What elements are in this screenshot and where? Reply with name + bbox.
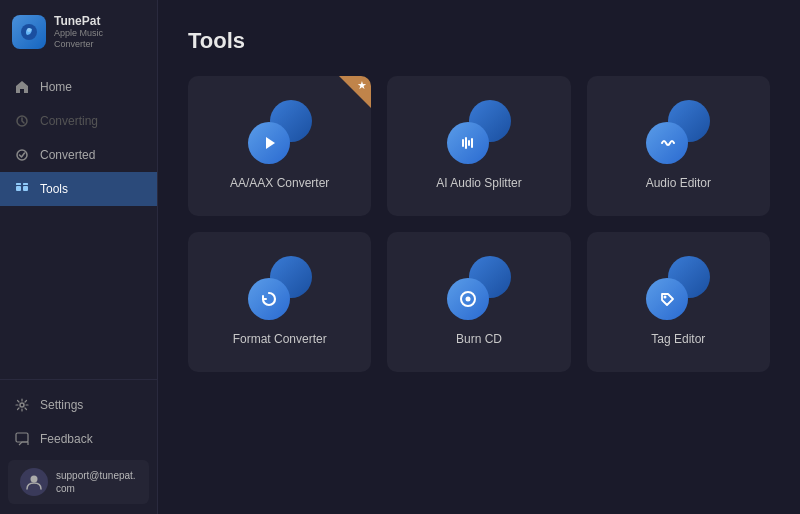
tool-name-ai-splitter: AI Audio Splitter bbox=[436, 176, 521, 192]
circle-front bbox=[248, 122, 290, 164]
tool-card-tag-editor[interactable]: Tag Editor bbox=[587, 232, 770, 372]
icon-circles-format-converter bbox=[248, 256, 312, 320]
svg-rect-12 bbox=[462, 139, 464, 147]
page-title: Tools bbox=[188, 28, 770, 54]
svg-point-3 bbox=[17, 150, 27, 160]
sidebar-item-feedback[interactable]: Feedback bbox=[0, 422, 157, 456]
main-content: Tools ★ AA/AAX Converter bbox=[158, 0, 800, 514]
svg-rect-14 bbox=[468, 140, 470, 146]
badge-star-icon: ★ bbox=[357, 79, 367, 92]
tool-icon-burn-cd bbox=[447, 256, 511, 320]
tool-badge-aa-aax: ★ bbox=[339, 76, 371, 108]
svg-point-18 bbox=[664, 296, 667, 299]
tools-grid: ★ AA/AAX Converter bbox=[188, 76, 770, 372]
tool-icon-ai-splitter bbox=[447, 100, 511, 164]
user-profile[interactable]: support@tunepat.com bbox=[8, 460, 149, 504]
sidebar-item-converted-label: Converted bbox=[40, 148, 95, 162]
sidebar-item-settings[interactable]: Settings bbox=[0, 388, 157, 422]
icon-circles-aa-aax bbox=[248, 100, 312, 164]
sidebar-item-tools-label: Tools bbox=[40, 182, 68, 196]
tool-icon-format-converter bbox=[248, 256, 312, 320]
tool-name-tag-editor: Tag Editor bbox=[651, 332, 705, 348]
logo-text: TunePat Apple Music Converter bbox=[54, 14, 145, 50]
svg-rect-4 bbox=[16, 186, 21, 191]
circle-front-editor bbox=[646, 122, 688, 164]
circle-front-splitter bbox=[447, 122, 489, 164]
tool-card-ai-audio-splitter[interactable]: AI Audio Splitter bbox=[387, 76, 570, 216]
icon-circles-ai-splitter bbox=[447, 100, 511, 164]
svg-point-10 bbox=[31, 476, 38, 483]
feedback-icon bbox=[14, 431, 30, 447]
sidebar-nav: Home Converting Converted bbox=[0, 62, 157, 379]
sidebar-bottom: Settings Feedback support@tunepat.com bbox=[0, 379, 157, 514]
converting-icon bbox=[14, 113, 30, 129]
svg-rect-9 bbox=[16, 433, 28, 442]
home-icon bbox=[14, 79, 30, 95]
user-email: support@tunepat.com bbox=[56, 469, 137, 495]
tool-name-aa-aax: AA/AAX Converter bbox=[230, 176, 329, 192]
circle-front-burn bbox=[447, 278, 489, 320]
circle-front-tag bbox=[646, 278, 688, 320]
svg-rect-5 bbox=[23, 186, 28, 191]
tool-card-burn-cd[interactable]: Burn CD bbox=[387, 232, 570, 372]
icon-circles-tag-editor bbox=[646, 256, 710, 320]
sidebar-item-settings-label: Settings bbox=[40, 398, 83, 412]
app-logo: TunePat Apple Music Converter bbox=[0, 0, 157, 62]
user-avatar bbox=[20, 468, 48, 496]
sidebar-item-tools[interactable]: Tools bbox=[0, 172, 157, 206]
app-name: TunePat bbox=[54, 14, 145, 28]
tool-name-burn-cd: Burn CD bbox=[456, 332, 502, 348]
svg-point-17 bbox=[465, 297, 470, 302]
svg-point-1 bbox=[27, 28, 31, 32]
sidebar: TunePat Apple Music Converter Home Conve… bbox=[0, 0, 158, 514]
tool-icon-aa-aax bbox=[248, 100, 312, 164]
svg-rect-15 bbox=[471, 138, 473, 148]
settings-icon bbox=[14, 397, 30, 413]
svg-point-8 bbox=[20, 403, 24, 407]
sidebar-item-converting[interactable]: Converting bbox=[0, 104, 157, 138]
sidebar-item-home-label: Home bbox=[40, 80, 72, 94]
svg-marker-11 bbox=[266, 137, 275, 149]
app-subtitle: Apple Music Converter bbox=[54, 28, 145, 50]
svg-rect-13 bbox=[465, 137, 467, 149]
tool-name-audio-editor: Audio Editor bbox=[646, 176, 711, 192]
logo-icon bbox=[12, 15, 46, 49]
svg-rect-6 bbox=[16, 183, 21, 185]
tool-card-format-converter[interactable]: Format Converter bbox=[188, 232, 371, 372]
tool-icon-tag-editor bbox=[646, 256, 710, 320]
converted-icon bbox=[14, 147, 30, 163]
tool-card-aa-aax[interactable]: ★ AA/AAX Converter bbox=[188, 76, 371, 216]
tool-card-audio-editor[interactable]: Audio Editor bbox=[587, 76, 770, 216]
sidebar-item-converting-label: Converting bbox=[40, 114, 98, 128]
circle-front-format bbox=[248, 278, 290, 320]
sidebar-item-converted[interactable]: Converted bbox=[0, 138, 157, 172]
tools-icon bbox=[14, 181, 30, 197]
sidebar-item-feedback-label: Feedback bbox=[40, 432, 93, 446]
sidebar-item-home[interactable]: Home bbox=[0, 70, 157, 104]
icon-circles-audio-editor bbox=[646, 100, 710, 164]
tool-name-format-converter: Format Converter bbox=[233, 332, 327, 348]
tool-icon-audio-editor bbox=[646, 100, 710, 164]
icon-circles-burn-cd bbox=[447, 256, 511, 320]
svg-rect-7 bbox=[23, 183, 28, 185]
